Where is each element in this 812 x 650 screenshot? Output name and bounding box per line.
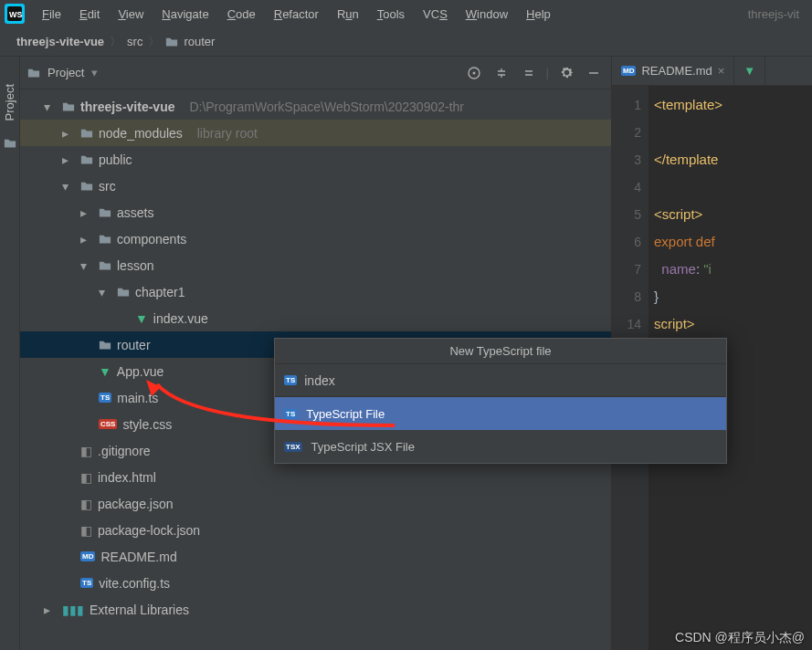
folder-icon: [62, 100, 75, 113]
vue-icon: ▼: [99, 364, 111, 379]
project-tool-tab[interactable]: Project: [3, 84, 16, 121]
editor-tabs: MD README.md × ▼: [612, 57, 812, 86]
gear-icon[interactable]: [556, 63, 576, 83]
menubar: WS FileEditViewNavigateCodeRefactorRunTo…: [0, 0, 812, 27]
library-icon: ▮▮▮: [62, 603, 84, 617]
folder-icon: [80, 180, 93, 193]
tree-folder-src[interactable]: ▾src: [20, 173, 611, 199]
tab-readme[interactable]: MD README.md ×: [612, 57, 734, 85]
breadcrumb-item[interactable]: router: [184, 35, 215, 48]
folder-icon: [99, 259, 111, 272]
hide-icon[interactable]: [584, 63, 604, 83]
tsx-icon: TSX: [284, 442, 302, 452]
json-icon: ◧: [80, 497, 92, 511]
tree-folder-components[interactable]: ▸components: [20, 225, 611, 252]
breadcrumb-item[interactable]: src: [127, 35, 142, 48]
tree-file-vite-config[interactable]: TSvite.config.ts: [20, 570, 611, 596]
svg-point-4: [472, 71, 475, 74]
menu-tools[interactable]: Tools: [368, 7, 414, 21]
option-label: TypeScript JSX File: [311, 440, 415, 454]
vue-icon: ▼: [135, 311, 148, 326]
folder-icon: [99, 339, 111, 351]
tree-external-libraries[interactable]: ▸▮▮▮External Libraries: [20, 596, 611, 623]
expand-all-icon[interactable]: [491, 63, 511, 83]
folder-icon: [165, 36, 178, 48]
menu-help[interactable]: Help: [517, 7, 560, 21]
tree-file-package-lock[interactable]: ◧package-lock.json: [20, 517, 611, 543]
menu-edit[interactable]: Edit: [70, 7, 109, 21]
option-typescript-file[interactable]: TS TypeScript File: [275, 397, 726, 430]
html-icon: ◧: [80, 470, 92, 485]
menu-view[interactable]: View: [109, 7, 153, 21]
folder-icon: [80, 153, 93, 166]
folder-icon: [117, 286, 130, 299]
svg-text:WS: WS: [9, 10, 23, 19]
dialog-filename-row: TS: [275, 364, 726, 397]
close-icon[interactable]: ×: [718, 64, 725, 78]
tree-folder-public[interactable]: ▸public: [20, 146, 611, 173]
pane-title[interactable]: Project: [47, 66, 84, 79]
project-icon: [27, 67, 40, 79]
dialog-title: New TypeScript file: [275, 339, 726, 364]
collapse-all-icon[interactable]: [519, 63, 539, 83]
md-icon: MD: [621, 66, 636, 76]
ts-icon: TS: [284, 375, 297, 385]
folder-icon: [99, 233, 111, 246]
md-icon: MD: [80, 551, 95, 561]
tree-folder-assets[interactable]: ▸assets: [20, 199, 611, 225]
menu-navigate[interactable]: Navigate: [153, 7, 217, 21]
menu-vcs[interactable]: VCS: [414, 7, 457, 21]
tree-project-root[interactable]: ▾threejs-vite-vue D:\ProgramWorkSpace\We…: [20, 93, 611, 120]
menu-window[interactable]: Window: [457, 7, 517, 21]
breadcrumb-item[interactable]: threejs-vite-vue: [16, 35, 104, 48]
ts-icon: TS: [99, 393, 111, 403]
css-icon: CSS: [99, 419, 117, 429]
json-icon: ◧: [80, 523, 92, 538]
tree-file-package-json[interactable]: ◧package.json: [20, 490, 611, 517]
menu-file[interactable]: File: [33, 7, 70, 21]
chevron-down-icon[interactable]: ▾: [91, 66, 98, 79]
tree-file-readme[interactable]: MDREADME.md: [20, 543, 611, 570]
watermark: CSDN @程序员小杰@: [675, 630, 805, 646]
folder-icon: [99, 206, 111, 219]
filename-input[interactable]: [304, 373, 717, 388]
menu-run[interactable]: Run: [328, 7, 368, 21]
project-name-hint: threejs-vit: [748, 7, 808, 21]
tree-folder-chapter1[interactable]: ▾chapter1: [20, 278, 611, 305]
ts-icon: TS: [80, 578, 93, 588]
file-icon: ◧: [80, 444, 92, 458]
ts-icon: TS: [284, 409, 297, 419]
webstorm-logo: WS: [4, 3, 26, 25]
folder-icon: [80, 127, 93, 140]
tool-window-bar: Project: [0, 57, 20, 650]
option-typescript-jsx-file[interactable]: TSX TypeScript JSX File: [275, 430, 726, 463]
tree-file-index-vue[interactable]: ▼index.vue: [20, 305, 611, 331]
select-opened-file-icon[interactable]: [464, 63, 484, 83]
structure-icon[interactable]: [4, 137, 16, 150]
option-label: TypeScript File: [306, 407, 385, 421]
tree-file-index-html[interactable]: ◧index.html: [20, 464, 611, 490]
project-pane-header: Project ▾ |: [20, 57, 611, 89]
breadcrumb: threejs-vite-vue 〉 src 〉 router: [0, 27, 812, 57]
tab-label: README.md: [641, 64, 712, 78]
tab-other[interactable]: ▼: [734, 57, 765, 85]
tree-node-modules[interactable]: ▸node_modules library root: [20, 120, 611, 146]
menu-refactor[interactable]: Refactor: [265, 7, 328, 21]
tree-folder-lesson[interactable]: ▾lesson: [20, 252, 611, 278]
menu-code[interactable]: Code: [218, 7, 265, 21]
new-typescript-file-dialog: New TypeScript file TS TS TypeScript Fil…: [274, 338, 727, 464]
vue-icon: ▼: [743, 64, 755, 78]
